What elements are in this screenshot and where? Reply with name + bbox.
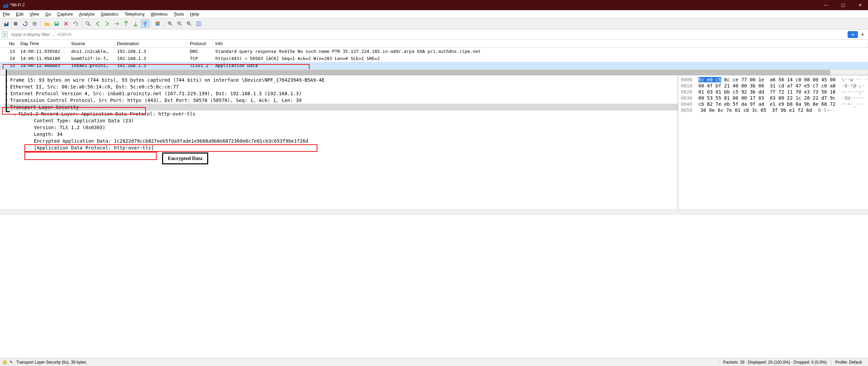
expert-info-icon[interactable] [3,360,7,364]
display-filter-bar: ▯ ➔ + [0,29,868,40]
hex-row[interactable]: 00005c e0 c5 8c ce 77 00 1e a6 56 14 c0 … [681,77,865,83]
save-file-button[interactable] [53,20,61,28]
col-info[interactable]: Info [213,40,868,47]
detail-ethernet[interactable]: ›Ethernet II, Src: 00:1e:a6:56:14:c0, Ds… [4,83,678,90]
capture-options-button[interactable] [31,20,39,28]
hex-row[interactable]: 001000 4f bf 21 40 00 3b 06 31 cd a7 47 … [681,83,865,89]
go-last-button[interactable] [132,20,140,28]
svg-rect-7 [156,23,160,24]
detail-app-data-protocol[interactable]: [Application Data Protocol: http-over-tl… [4,144,678,151]
detail-encrypted-data[interactable]: Encrypted Application Data: 1c2822d79ccb… [4,138,678,144]
minimize-button[interactable]: — [820,1,831,9]
separator [82,20,82,27]
apply-filter-button[interactable]: ➔ [848,31,858,38]
packet-list-pane[interactable]: No Day Time Source Destination Protocol … [0,40,868,75]
packet-list-hscroll[interactable] [0,69,868,75]
svg-rect-0 [14,22,17,25]
title-bar: *Wi-Fi 2 — ▢ ✕ [0,0,868,10]
svg-point-5 [86,22,89,24]
svg-text:1:1: 1:1 [188,22,191,24]
svg-rect-6 [156,22,160,23]
go-forward-button[interactable] [103,20,111,28]
details-hscroll[interactable] [0,209,678,215]
restart-capture-button[interactable] [21,20,29,28]
annotation-label-box: Encrypted Data [162,152,208,164]
detail-tcp[interactable]: ›Transmission Control Protocol, Src Port… [4,97,678,104]
col-protocol[interactable]: Protocol [187,40,213,47]
display-filter-input[interactable] [9,30,846,38]
packet-row[interactable]: 1414:00:11.956180bom07s27-in-f…192.168.1… [0,55,868,62]
menu-telephony[interactable]: Telephony [124,12,144,17]
shark-fin-icon [3,2,8,8]
find-packet-button[interactable] [84,20,92,28]
go-first-button[interactable] [122,20,130,28]
open-file-button[interactable] [43,20,51,28]
hex-row[interactable]: 002001 03 01 bb c5 92 3b dd 7f 72 11 70 … [681,89,865,95]
go-to-packet-button[interactable] [113,20,121,28]
status-bar: ✎ Transport Layer Security (tls), 39 byt… [0,358,868,366]
menu-tools[interactable]: Tools [174,12,184,17]
detail-content-type[interactable]: Content Type: Application Data (23) [4,117,678,124]
status-protocol: Transport Layer Security (tls), 39 bytes [16,360,86,365]
annotation-connector-line [6,69,7,112]
separator [164,20,164,27]
menu-statistics[interactable]: Statistics [101,12,118,17]
svg-rect-8 [156,24,160,25]
detail-frame[interactable]: ›Frame 15: 93 bytes on wire (744 bits), … [4,77,678,83]
detail-version[interactable]: Version: TLS 1.2 (0x0303) [4,124,678,131]
reload-file-button[interactable] [72,20,80,28]
start-capture-button[interactable] [2,20,10,28]
add-filter-button[interactable]: + [859,32,866,38]
stop-capture-button[interactable] [12,20,20,28]
menu-edit[interactable]: Edit [16,12,23,17]
colorize-button[interactable] [154,20,162,28]
menu-file[interactable]: File [3,12,10,17]
zoom-out-button[interactable] [176,20,184,28]
menu-analyze[interactable]: Analyze [79,12,95,17]
packet-details-pane[interactable]: ›Frame 15: 93 bytes on wire (744 bits), … [0,75,678,211]
svg-rect-4 [55,22,58,23]
detail-tls-record[interactable]: ⌄TLSv1.2 Record Layer: Application Data … [4,110,678,117]
hex-dump-pane[interactable]: 00005c e0 c5 8c ce 77 00 1e a6 56 14 c0 … [678,75,868,211]
detail-length[interactable]: Length: 34 [4,131,678,138]
hex-row[interactable]: 005036 0e 6c 7e 01 cb 3c 65 3f 9b e1 f2 … [681,107,865,113]
col-destination[interactable]: Destination [114,40,187,47]
close-button[interactable]: ✕ [855,1,865,9]
menu-wireless[interactable]: Wireless [151,12,168,17]
auto-scroll-button[interactable] [141,20,149,28]
zoom-in-button[interactable] [166,20,174,28]
detail-ip[interactable]: ›Internet Protocol Version 4, Src: inba0… [4,90,678,97]
packet-row[interactable]: 1514:00:12.408803inba01.proini…192.168.1… [0,62,868,69]
resize-columns-button[interactable] [195,20,203,28]
main-toolbar: 1:1 [0,18,868,29]
menu-go[interactable]: Go [45,12,51,17]
hex-row[interactable]: 003000 53 55 81 00 00 17 03 03 00 22 1c … [681,95,865,101]
col-time[interactable]: Day Time [18,40,68,47]
bookmark-filter-icon[interactable]: ▯ [2,31,7,38]
hex-hscroll[interactable] [678,209,868,215]
status-packets: Packets: 29 · Displayed: 29 (100.0%) · D… [719,360,830,365]
status-profile[interactable]: Profile: Default [831,360,865,365]
window-title: *Wi-Fi 2 [10,3,25,7]
maximize-button[interactable]: ▢ [838,1,848,9]
packet-row[interactable]: 1314:00:11.939582dns1.in2cable…192.168.1… [0,48,868,55]
menu-bar: File Edit View Go Capture Analyze Statis… [0,10,868,18]
separator [41,20,41,27]
col-source[interactable]: Source [68,40,114,47]
packet-list-header: No Day Time Source Destination Protocol … [0,40,868,48]
menu-view[interactable]: View [29,12,39,17]
svg-rect-13 [197,22,201,26]
edit-icon[interactable]: ✎ [9,360,13,365]
menu-capture[interactable]: Capture [57,12,73,17]
detail-tls[interactable]: ⌄Transport Layer Security [4,104,678,110]
annotation-connector-line [6,111,10,112]
col-no[interactable]: No [0,40,18,47]
menu-help[interactable]: Help [190,12,199,17]
hex-row[interactable]: 0040cb 82 7e eb 5f da 9f ad e1 e9 b8 8a … [681,101,865,107]
go-back-button[interactable] [94,20,102,28]
zoom-reset-button[interactable]: 1:1 [185,20,193,28]
annotation-highlight-adp [24,152,157,160]
separator [151,20,152,27]
close-file-button[interactable] [62,20,70,28]
svg-point-2 [34,23,35,24]
